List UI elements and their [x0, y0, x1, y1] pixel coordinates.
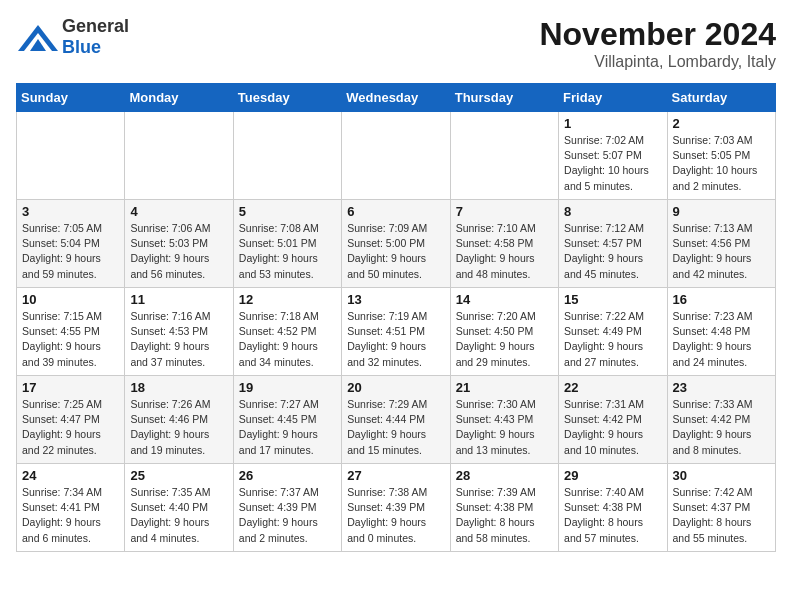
- logo-text: General Blue: [62, 16, 129, 58]
- logo-blue: Blue: [62, 37, 101, 58]
- day-info: Sunrise: 7:38 AM Sunset: 4:39 PM Dayligh…: [347, 485, 444, 546]
- calendar-cell: 11Sunrise: 7:16 AM Sunset: 4:53 PM Dayli…: [125, 288, 233, 376]
- day-number: 28: [456, 468, 553, 483]
- calendar-cell: 21Sunrise: 7:30 AM Sunset: 4:43 PM Dayli…: [450, 376, 558, 464]
- calendar-cell: [233, 112, 341, 200]
- day-number: 15: [564, 292, 661, 307]
- day-info: Sunrise: 7:05 AM Sunset: 5:04 PM Dayligh…: [22, 221, 119, 282]
- day-info: Sunrise: 7:26 AM Sunset: 4:46 PM Dayligh…: [130, 397, 227, 458]
- day-info: Sunrise: 7:15 AM Sunset: 4:55 PM Dayligh…: [22, 309, 119, 370]
- day-info: Sunrise: 7:35 AM Sunset: 4:40 PM Dayligh…: [130, 485, 227, 546]
- day-info: Sunrise: 7:10 AM Sunset: 4:58 PM Dayligh…: [456, 221, 553, 282]
- day-number: 27: [347, 468, 444, 483]
- day-number: 12: [239, 292, 336, 307]
- day-number: 4: [130, 204, 227, 219]
- page-header: General Blue November 2024 Villapinta, L…: [16, 16, 776, 71]
- day-number: 24: [22, 468, 119, 483]
- day-info: Sunrise: 7:09 AM Sunset: 5:00 PM Dayligh…: [347, 221, 444, 282]
- calendar-cell: [450, 112, 558, 200]
- day-info: Sunrise: 7:06 AM Sunset: 5:03 PM Dayligh…: [130, 221, 227, 282]
- day-info: Sunrise: 7:30 AM Sunset: 4:43 PM Dayligh…: [456, 397, 553, 458]
- day-info: Sunrise: 7:40 AM Sunset: 4:38 PM Dayligh…: [564, 485, 661, 546]
- calendar-week-3: 10Sunrise: 7:15 AM Sunset: 4:55 PM Dayli…: [17, 288, 776, 376]
- day-number: 7: [456, 204, 553, 219]
- header-day-saturday: Saturday: [667, 84, 775, 112]
- calendar-cell: 27Sunrise: 7:38 AM Sunset: 4:39 PM Dayli…: [342, 464, 450, 552]
- day-number: 11: [130, 292, 227, 307]
- day-number: 13: [347, 292, 444, 307]
- calendar-cell: 7Sunrise: 7:10 AM Sunset: 4:58 PM Daylig…: [450, 200, 558, 288]
- calendar-header: SundayMondayTuesdayWednesdayThursdayFrid…: [17, 84, 776, 112]
- header-day-tuesday: Tuesday: [233, 84, 341, 112]
- title-block: November 2024 Villapinta, Lombardy, Ital…: [539, 16, 776, 71]
- calendar-cell: 22Sunrise: 7:31 AM Sunset: 4:42 PM Dayli…: [559, 376, 667, 464]
- calendar-cell: 19Sunrise: 7:27 AM Sunset: 4:45 PM Dayli…: [233, 376, 341, 464]
- day-number: 21: [456, 380, 553, 395]
- header-day-monday: Monday: [125, 84, 233, 112]
- calendar-cell: 12Sunrise: 7:18 AM Sunset: 4:52 PM Dayli…: [233, 288, 341, 376]
- header-row: SundayMondayTuesdayWednesdayThursdayFrid…: [17, 84, 776, 112]
- day-info: Sunrise: 7:23 AM Sunset: 4:48 PM Dayligh…: [673, 309, 770, 370]
- day-info: Sunrise: 7:34 AM Sunset: 4:41 PM Dayligh…: [22, 485, 119, 546]
- calendar-cell: 20Sunrise: 7:29 AM Sunset: 4:44 PM Dayli…: [342, 376, 450, 464]
- day-number: 23: [673, 380, 770, 395]
- day-info: Sunrise: 7:12 AM Sunset: 4:57 PM Dayligh…: [564, 221, 661, 282]
- calendar-cell: 5Sunrise: 7:08 AM Sunset: 5:01 PM Daylig…: [233, 200, 341, 288]
- day-number: 20: [347, 380, 444, 395]
- calendar-week-2: 3Sunrise: 7:05 AM Sunset: 5:04 PM Daylig…: [17, 200, 776, 288]
- calendar-cell: 15Sunrise: 7:22 AM Sunset: 4:49 PM Dayli…: [559, 288, 667, 376]
- day-number: 8: [564, 204, 661, 219]
- calendar-cell: 10Sunrise: 7:15 AM Sunset: 4:55 PM Dayli…: [17, 288, 125, 376]
- day-number: 2: [673, 116, 770, 131]
- calendar-cell: [17, 112, 125, 200]
- day-number: 19: [239, 380, 336, 395]
- calendar-cell: 2Sunrise: 7:03 AM Sunset: 5:05 PM Daylig…: [667, 112, 775, 200]
- page-subtitle: Villapinta, Lombardy, Italy: [539, 53, 776, 71]
- logo: General Blue: [16, 16, 129, 58]
- day-number: 17: [22, 380, 119, 395]
- calendar-week-5: 24Sunrise: 7:34 AM Sunset: 4:41 PM Dayli…: [17, 464, 776, 552]
- day-number: 26: [239, 468, 336, 483]
- calendar-cell: 9Sunrise: 7:13 AM Sunset: 4:56 PM Daylig…: [667, 200, 775, 288]
- calendar-cell: [125, 112, 233, 200]
- calendar-body: 1Sunrise: 7:02 AM Sunset: 5:07 PM Daylig…: [17, 112, 776, 552]
- day-number: 22: [564, 380, 661, 395]
- day-number: 29: [564, 468, 661, 483]
- calendar-cell: 30Sunrise: 7:42 AM Sunset: 4:37 PM Dayli…: [667, 464, 775, 552]
- day-number: 10: [22, 292, 119, 307]
- calendar-week-1: 1Sunrise: 7:02 AM Sunset: 5:07 PM Daylig…: [17, 112, 776, 200]
- day-info: Sunrise: 7:29 AM Sunset: 4:44 PM Dayligh…: [347, 397, 444, 458]
- day-info: Sunrise: 7:16 AM Sunset: 4:53 PM Dayligh…: [130, 309, 227, 370]
- header-day-friday: Friday: [559, 84, 667, 112]
- calendar-cell: 26Sunrise: 7:37 AM Sunset: 4:39 PM Dayli…: [233, 464, 341, 552]
- day-info: Sunrise: 7:03 AM Sunset: 5:05 PM Dayligh…: [673, 133, 770, 194]
- day-number: 18: [130, 380, 227, 395]
- day-number: 16: [673, 292, 770, 307]
- page-title: November 2024: [539, 16, 776, 53]
- day-info: Sunrise: 7:33 AM Sunset: 4:42 PM Dayligh…: [673, 397, 770, 458]
- calendar-cell: 23Sunrise: 7:33 AM Sunset: 4:42 PM Dayli…: [667, 376, 775, 464]
- day-info: Sunrise: 7:13 AM Sunset: 4:56 PM Dayligh…: [673, 221, 770, 282]
- day-number: 6: [347, 204, 444, 219]
- day-number: 1: [564, 116, 661, 131]
- logo-icon: [16, 23, 56, 51]
- calendar-cell: 25Sunrise: 7:35 AM Sunset: 4:40 PM Dayli…: [125, 464, 233, 552]
- day-number: 9: [673, 204, 770, 219]
- header-day-sunday: Sunday: [17, 84, 125, 112]
- calendar-cell: 8Sunrise: 7:12 AM Sunset: 4:57 PM Daylig…: [559, 200, 667, 288]
- day-info: Sunrise: 7:42 AM Sunset: 4:37 PM Dayligh…: [673, 485, 770, 546]
- day-number: 30: [673, 468, 770, 483]
- calendar-cell: 28Sunrise: 7:39 AM Sunset: 4:38 PM Dayli…: [450, 464, 558, 552]
- calendar-table: SundayMondayTuesdayWednesdayThursdayFrid…: [16, 83, 776, 552]
- day-info: Sunrise: 7:27 AM Sunset: 4:45 PM Dayligh…: [239, 397, 336, 458]
- day-info: Sunrise: 7:25 AM Sunset: 4:47 PM Dayligh…: [22, 397, 119, 458]
- calendar-cell: [342, 112, 450, 200]
- day-number: 3: [22, 204, 119, 219]
- calendar-cell: 13Sunrise: 7:19 AM Sunset: 4:51 PM Dayli…: [342, 288, 450, 376]
- day-number: 14: [456, 292, 553, 307]
- calendar-cell: 18Sunrise: 7:26 AM Sunset: 4:46 PM Dayli…: [125, 376, 233, 464]
- calendar-week-4: 17Sunrise: 7:25 AM Sunset: 4:47 PM Dayli…: [17, 376, 776, 464]
- calendar-cell: 3Sunrise: 7:05 AM Sunset: 5:04 PM Daylig…: [17, 200, 125, 288]
- calendar-cell: 17Sunrise: 7:25 AM Sunset: 4:47 PM Dayli…: [17, 376, 125, 464]
- day-info: Sunrise: 7:37 AM Sunset: 4:39 PM Dayligh…: [239, 485, 336, 546]
